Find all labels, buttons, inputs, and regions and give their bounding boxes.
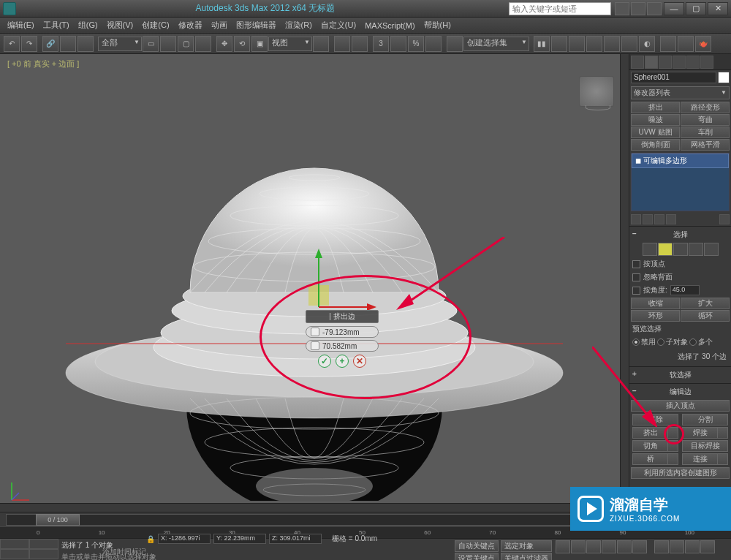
connect-settings-button[interactable] [718, 453, 728, 465]
pan-view-icon[interactable] [654, 540, 669, 553]
by-vertex-check[interactable] [632, 260, 640, 268]
caddy-title[interactable]: | 挤出边 [306, 310, 379, 323]
menu-rendering[interactable]: 渲染(R) [281, 18, 317, 32]
connect-button[interactable]: 连接 [682, 453, 718, 465]
mod-bend[interactable]: 弯曲 [681, 114, 730, 126]
track-cell-1[interactable] [0, 539, 29, 549]
track-cell-4[interactable] [29, 549, 58, 559]
preview-off-radio[interactable] [632, 338, 640, 346]
display-tab-icon[interactable] [686, 56, 700, 69]
make-unique-icon[interactable] [654, 214, 664, 224]
minimize-button[interactable]: — [664, 2, 684, 15]
schematic-view-icon[interactable] [621, 36, 637, 52]
object-name-field[interactable]: Sphere001 [631, 72, 716, 83]
stack-editable-poly[interactable]: 可编辑多边形 [632, 154, 729, 168]
caddy-height-field[interactable]: -79.123mm [306, 326, 379, 338]
unlink-icon[interactable] [60, 36, 76, 52]
subobj-border-icon[interactable] [673, 243, 688, 256]
preview-multi-radio[interactable] [689, 338, 697, 346]
caddy-width-field[interactable]: 70.582mm [306, 340, 379, 352]
redo-icon[interactable]: ↷ [21, 36, 37, 52]
arc-rotate-icon[interactable] [670, 540, 684, 553]
weld-settings-button[interactable] [718, 427, 728, 439]
search-help-icon[interactable] [615, 2, 629, 15]
ignore-backfacing-check[interactable] [632, 273, 640, 281]
modifier-list-dropdown[interactable]: 修改器列表 [631, 86, 730, 99]
bridge-button[interactable]: 桥 [632, 453, 668, 465]
set-key-button[interactable]: 设置关键点 [455, 553, 499, 560]
chamfer-settings-button[interactable] [668, 440, 678, 452]
menu-edit[interactable]: 编辑(E) [3, 18, 39, 32]
select-region-icon[interactable]: ▢ [178, 36, 194, 52]
favorites-icon[interactable] [647, 2, 662, 15]
menu-views[interactable]: 视图(V) [102, 18, 138, 32]
menu-graph-editors[interactable]: 图形编辑器 [232, 18, 281, 32]
selection-header[interactable]: 选择 [629, 228, 731, 241]
utilities-tab-icon[interactable] [700, 56, 713, 69]
show-end-result-icon[interactable] [643, 214, 653, 224]
prev-frame-icon[interactable] [571, 540, 586, 553]
modifier-stack[interactable]: 可编辑多边形 [631, 153, 730, 211]
subobj-polygon-icon[interactable] [689, 243, 703, 256]
track-cell-2[interactable] [29, 539, 58, 549]
mod-noise[interactable]: 噪波 [631, 114, 680, 126]
close-button[interactable]: ✕ [708, 2, 728, 15]
snap-toggle-icon[interactable]: 3 [373, 36, 389, 52]
remove-mod-icon[interactable] [666, 214, 676, 224]
viewport-label[interactable]: [ +0 前 真实 + 边面 ] [7, 58, 79, 69]
angle-value[interactable]: 45.0 [670, 285, 700, 295]
extrude-button[interactable]: 挤出 [632, 427, 668, 439]
goto-end-icon[interactable] [617, 540, 632, 553]
configure-sets-icon[interactable] [719, 214, 730, 224]
render-setup-icon[interactable] [660, 36, 676, 52]
select-object-icon[interactable]: ▭ [143, 36, 159, 52]
zoom-all-icon[interactable] [700, 540, 715, 553]
help-search-input[interactable] [509, 2, 611, 15]
menu-tools[interactable]: 工具(T) [39, 18, 74, 32]
mod-meshsmooth[interactable]: 网格平滑 [681, 139, 730, 151]
menu-help[interactable]: 帮助(H) [420, 18, 455, 32]
align-icon[interactable] [551, 36, 567, 52]
play-icon[interactable] [586, 540, 601, 553]
split-button[interactable]: 分割 [682, 414, 728, 425]
create-tab-icon[interactable] [631, 56, 644, 69]
menu-create[interactable]: 创建(C) [137, 18, 173, 32]
object-color-swatch[interactable] [718, 72, 730, 83]
viewport-scrollbar-v[interactable] [620, 54, 629, 503]
selected-filter[interactable]: 选定对象 [501, 540, 552, 552]
layer-manager-icon[interactable] [569, 36, 585, 52]
y-coord[interactable]: Y: 22.239mm [213, 534, 266, 544]
select-move-icon[interactable]: ✥ [216, 36, 232, 52]
named-sel-dropdown[interactable]: 创建选择集 [463, 37, 529, 51]
target-weld-button[interactable]: 目标焊接 [682, 440, 728, 452]
render-frame-icon[interactable] [678, 36, 694, 52]
angle-snap-icon[interactable] [390, 36, 406, 52]
hierarchy-tab-icon[interactable] [659, 56, 672, 69]
goto-start-icon[interactable] [556, 540, 570, 553]
mod-uvw[interactable]: UVW 贴图 [631, 126, 680, 138]
mod-extrude[interactable]: 挤出 [631, 102, 680, 113]
caddy-ok-button[interactable]: ✓ [318, 355, 331, 368]
selection-filter-dropdown[interactable]: 全部 [98, 37, 142, 51]
time-config-icon[interactable] [632, 540, 647, 553]
extrude-settings-button[interactable] [668, 427, 678, 439]
grow-button[interactable]: 扩大 [681, 298, 730, 309]
preview-sub-radio[interactable] [657, 338, 664, 346]
viewport-scrollbar-h[interactable] [0, 503, 629, 512]
select-rotate-icon[interactable]: ⟲ [234, 36, 250, 52]
viewport[interactable]: [ +0 前 真实 + 边面 ] [0, 54, 629, 512]
render-icon[interactable]: 🫖 [695, 36, 711, 52]
menu-customize[interactable]: 自定义(U) [317, 18, 360, 32]
undo-icon[interactable]: ↶ [4, 36, 20, 52]
select-by-name-icon[interactable] [160, 36, 176, 52]
subobj-element-icon[interactable] [704, 243, 719, 256]
mod-lathe[interactable]: 车削 [681, 126, 730, 138]
soft-sel-header[interactable]: +软选择 [629, 368, 731, 382]
edit-named-sel-icon[interactable] [447, 36, 463, 52]
motion-tab-icon[interactable] [673, 56, 686, 69]
keyboard-shortcut-icon[interactable] [352, 36, 368, 52]
bind-spacewarp-icon[interactable] [77, 36, 94, 52]
pin-stack-icon[interactable] [631, 214, 641, 224]
track-cell-3[interactable] [0, 549, 29, 559]
by-angle-check[interactable] [632, 287, 640, 295]
